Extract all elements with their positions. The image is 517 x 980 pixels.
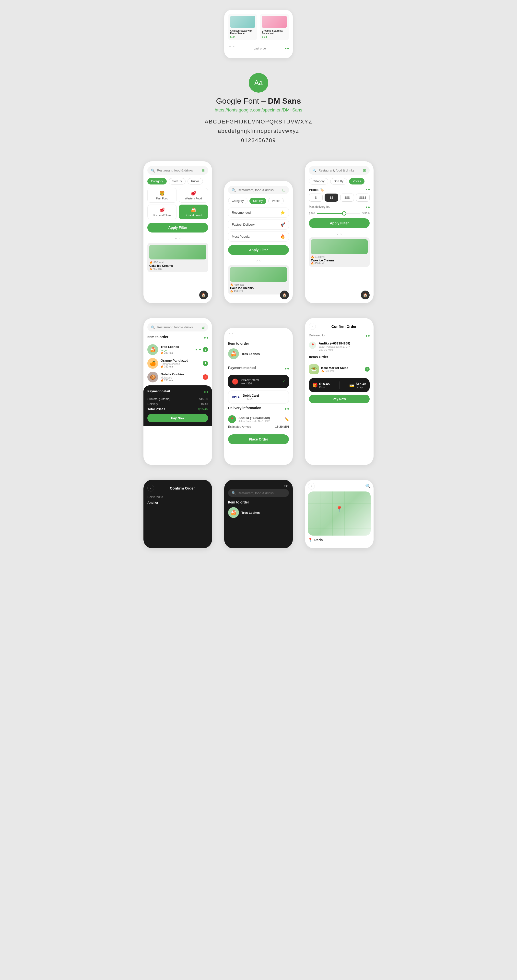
price-btn-1[interactable]: $ [309,194,323,202]
nutella-badge[interactable]: ✕ [203,374,208,380]
items-order-section: Items Order 🥗 Kale Market Salad 🔥 230 kc… [309,355,370,374]
food-name-preview-1: Cake Ice Creams [149,264,206,267]
food-card-preview-3[interactable]: 🔥 450 kcal Cake Ice Creams 🔥 450 kcal [309,237,370,267]
search-input-1[interactable] [157,169,200,172]
apply-filter-btn-3[interactable]: Apply Filter [309,218,370,228]
slider-thumb[interactable] [342,211,346,216]
dark-confirm-header: ‹ Confirm Order [147,485,208,492]
cat-dessert[interactable]: 🍰 Dessert Loved [179,205,208,219]
plus-icon-1[interactable]: + [198,347,201,352]
apply-filter-btn-2[interactable]: Apply Filter [228,245,289,255]
top-partial-phone: Chicken Steak with Pasta Sauce $ 34 Crea… [224,10,293,58]
fapay-info: $15.45 FaPay [356,382,366,388]
home-btn-2[interactable]: 🏠 [280,291,289,299]
food-card-spaghetti[interactable]: Creamie Spaghetti Sauce Nut $ 34 [260,14,289,40]
cat-beef[interactable]: 🥩 Beef and Steak [147,205,177,219]
sort-recommended[interactable]: Recomended ⭐ [228,207,289,218]
price-btn-4[interactable]: $$$$ [356,194,370,202]
pd-title: Payment detail [147,389,170,393]
search-icon-dark: 🔍 [232,491,236,495]
food-card-preview-1[interactable]: 🔥 450 kcal Cake Ice Creams 🔥 450 kcal [147,243,208,272]
dot-active [285,48,286,49]
apply-filter-btn-1[interactable]: Apply Filter [147,223,208,232]
search-bar-3[interactable]: 🔍 ⊞ [309,166,370,175]
dot-row-items [204,337,208,339]
tres-item-dark: 🍰 Tres Leches [228,507,289,518]
food-preview-row-3: 🔥 450 kcal Cake Ice Creams 🔥 450 kcal [309,237,370,267]
search-input-2[interactable] [238,188,280,192]
phones-row3: ‹ Confirm Order Delivered to Andika 9:41… [141,480,376,548]
price-buttons: $ $$ $$$ $$$$ [309,194,370,202]
price-btn-2[interactable]: $$ [325,194,338,202]
search-bar-2[interactable]: 🔍 ⊞ [228,186,289,194]
pd-delivery-row: Delivery $0.45 [147,402,208,406]
search-input-4[interactable] [157,325,200,329]
food-preview-img-2 [230,267,287,282]
food-cal-preview-3: 🔥 450 kcal [311,256,368,259]
back-btn[interactable]: ‹ [309,323,316,330]
dark-recipient: Andika [147,501,208,504]
pm-title: Payment method [228,366,256,370]
font-circle: Aa [249,73,268,92]
search-icon-2: 🔍 [232,188,236,192]
pill-prices-3[interactable]: Prices [349,178,365,185]
phones-row1: 🔍 ⊞ Category Sort By Prices 🍔 Fast Food … [141,161,376,303]
font-link[interactable]: https://fonts.google.com/specimen/DM+San… [215,108,302,113]
food-card-preview-2[interactable]: 🔥 450 kcal Cake Ice Creams 🔥 450 kcal [228,265,289,294]
number-chars: 0123456789 [241,137,276,143]
pill-prices-2[interactable]: Prices [268,198,284,204]
price-btn-3[interactable]: $$$ [340,194,354,202]
filter-pills-3: Category Sort By Prices [309,178,370,185]
place-order-btn[interactable]: Place Order [228,434,289,444]
home-btn-1[interactable]: 🏠 [199,291,208,299]
search-bar-1[interactable]: 🔍 ⊞ [147,166,208,175]
pill-prices-1[interactable]: Prices [187,178,203,185]
food-preview-img-3 [311,239,368,254]
sort-popular[interactable]: Most Popular 🔥 [228,232,289,242]
pill-sortby-3[interactable]: Sort By [330,178,347,185]
pill-sortby-1[interactable]: Sort By [169,178,186,185]
pay-now-btn-1[interactable]: Pay Now [147,414,208,422]
pill-category-1[interactable]: Category [147,178,167,185]
search-map-icon[interactable]: 🔍 [365,484,371,489]
cat-dessert-label: Dessert Loved [185,214,202,216]
filter-icon-4[interactable]: ⊞ [201,325,205,329]
pill-sortby-2[interactable]: Sort By [249,198,266,204]
search-bar-dark[interactable]: 🔍 [228,489,289,497]
filter-icon-3[interactable]: ⊞ [363,168,366,173]
pill-category-3[interactable]: Category [309,178,328,185]
slider-track[interactable] [317,213,360,214]
cat-western[interactable]: 🥩 Western Food [179,188,208,203]
dot-row-delivered [366,335,370,337]
edit-icon[interactable]: ✏️ [285,417,289,421]
scroll-up-icon: ⌃⌃ [228,45,235,51]
search-bar-4[interactable]: 🔍 ⊞ [147,323,208,331]
fast-food-icon: 🍔 [159,191,165,196]
location-label-row: 📍 Paris [308,538,371,542]
cat-fast-food[interactable]: 🍔 Fast Food [147,188,177,203]
credit-card-num: •••• 4356 [241,382,279,385]
filter-icon-1[interactable]: ⊞ [201,168,205,173]
order-item-nutella: 🍪 Nutella Cookies Molasses 🔥 230 kcal ✕ [147,372,208,382]
search-input-3[interactable] [319,169,361,172]
map-back-btn[interactable]: ‹ [308,483,315,490]
home-btn-3[interactable]: 🏠 [361,291,370,299]
sort-fastest[interactable]: Fastest Delivery 🚀 [228,220,289,229]
credit-card-option[interactable]: 🔴 Credit Card •••• 4356 ✓ [228,375,289,388]
food-card-chicken[interactable]: Chicken Steak with Pasta Sauce $ 34 [228,14,257,40]
debit-card-option[interactable]: VISA Debit Card •••• 5526 [228,391,289,404]
fapay-label: FaPay [356,386,366,388]
slider-row: $ 5.0 $ 55.9 [309,212,370,215]
bottom-pay-bar: 🎁 $15.45 Cash 💳 $15.45 FaPay [309,378,370,392]
spaghetti-name: Creamie Spaghetti Sauce Nut [262,29,287,35]
pd-total-label: Total Prices [147,407,165,411]
pay-now-btn-confirm[interactable]: Pay Now [309,395,370,403]
visa-icon: VISA [232,395,240,399]
pill-category-2[interactable]: Category [228,198,247,204]
dark-back-btn[interactable]: ‹ [147,485,154,492]
search-input-dark[interactable] [238,491,285,495]
spaghetti-price: $ 34 [262,35,287,38]
pd-delivery-label: Delivery [147,402,158,406]
filter-icon-2[interactable]: ⊞ [282,188,285,192]
last-order-label: Last order [254,47,267,50]
